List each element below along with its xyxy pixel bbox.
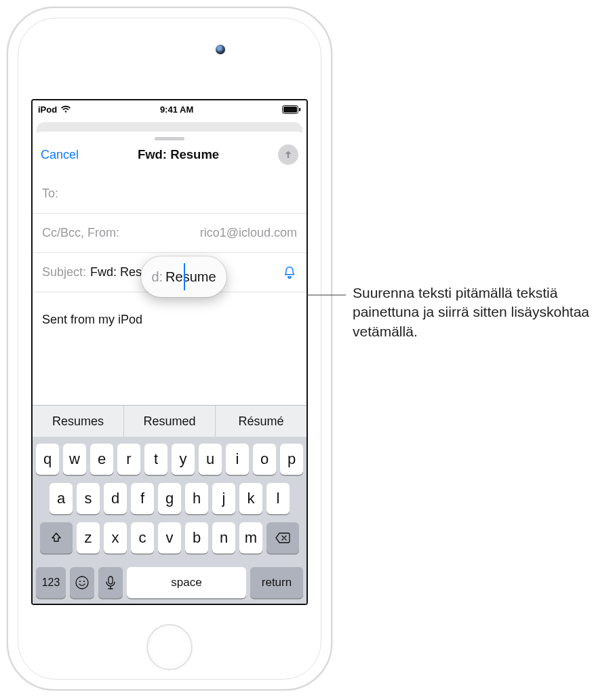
key-s[interactable]: s [77, 483, 100, 514]
send-button[interactable] [278, 144, 298, 165]
shift-key[interactable] [40, 522, 73, 553]
home-button[interactable] [146, 624, 193, 670]
loupe-prefix: d: [151, 269, 163, 285]
bell-icon[interactable] [282, 265, 297, 280]
battery-icon [282, 105, 301, 114]
space-key[interactable]: space [127, 567, 246, 598]
key-c[interactable]: c [131, 522, 154, 553]
to-field[interactable]: To: [33, 174, 306, 214]
key-b[interactable]: b [185, 522, 208, 553]
cancel-button[interactable]: Cancel [41, 148, 79, 162]
suggestion-2[interactable]: Resumed [124, 406, 216, 437]
suggestion-bar: Resumes Resumed Résumé [33, 406, 306, 437]
status-time: 9:41 AM [160, 104, 193, 115]
key-k[interactable]: k [239, 483, 262, 514]
loupe-text: Resume [165, 269, 216, 285]
keyboard: Resumes Resumed Résumé qwertyuiop asdfgh… [33, 405, 306, 604]
key-f[interactable]: f [131, 483, 154, 514]
numbers-key[interactable]: 123 [36, 567, 66, 598]
key-o[interactable]: o [253, 444, 276, 475]
return-key[interactable]: return [250, 567, 303, 598]
loupe-cursor [184, 263, 185, 290]
key-h[interactable]: h [185, 483, 208, 514]
key-row-2: asdfghjkl [36, 483, 303, 514]
email-body[interactable]: Sent from my iPod [33, 292, 306, 327]
svg-point-5 [83, 581, 85, 582]
dictation-key[interactable] [98, 567, 123, 598]
key-x[interactable]: x [104, 522, 127, 553]
backspace-key[interactable] [266, 522, 299, 553]
svg-rect-1 [283, 106, 297, 113]
key-e[interactable]: e [90, 444, 113, 475]
from-value: rico1@icloud.com [200, 226, 297, 240]
ccbcc-field[interactable]: Cc/Bcc, From: rico1@icloud.com [33, 214, 306, 253]
key-y[interactable]: y [172, 444, 195, 475]
key-m[interactable]: m [239, 522, 262, 553]
sheet-grabber[interactable] [155, 137, 184, 140]
emoji-key[interactable] [70, 567, 94, 598]
svg-rect-6 [108, 577, 113, 584]
key-w[interactable]: w [63, 444, 86, 475]
wifi-icon [60, 105, 71, 113]
key-i[interactable]: i [226, 444, 249, 475]
subject-label: Subject: [42, 265, 86, 279]
text-magnifier-loupe: d: Resume [141, 256, 226, 297]
key-t[interactable]: t [144, 444, 167, 475]
key-v[interactable]: v [158, 522, 181, 553]
callout-text: Suurenna teksti pitämällä tekstiä painet… [353, 284, 597, 341]
key-z[interactable]: z [77, 522, 100, 553]
key-r[interactable]: r [117, 444, 140, 475]
compose-title: Fwd: Resume [79, 147, 278, 162]
suggestion-1[interactable]: Resumes [33, 406, 124, 437]
compose-sheet: Cancel Fwd: Resume To: Cc/Bcc, From: ric… [33, 132, 306, 604]
ipod-device-frame: iPod 9:41 AM Cancel Fwd: Resume [7, 7, 332, 691]
compose-nav: Cancel Fwd: Resume [33, 143, 306, 174]
screen: iPod 9:41 AM Cancel Fwd: Resume [31, 99, 308, 605]
key-row-3: zxcvbnm [36, 522, 303, 553]
key-n[interactable]: n [212, 522, 235, 553]
key-d[interactable]: d [104, 483, 127, 514]
svg-rect-2 [299, 108, 300, 111]
device-label: iPod [38, 104, 57, 115]
to-label: To: [42, 187, 58, 201]
status-bar: iPod 9:41 AM [33, 100, 306, 118]
front-camera [216, 45, 225, 54]
signature-text: Sent from my iPod [42, 313, 142, 326]
key-u[interactable]: u [199, 444, 222, 475]
key-p[interactable]: p [280, 444, 303, 475]
key-j[interactable]: j [212, 483, 235, 514]
suggestion-3[interactable]: Résumé [216, 406, 306, 437]
svg-point-4 [79, 581, 81, 582]
ccbcc-label: Cc/Bcc, From: [42, 226, 119, 240]
svg-point-3 [76, 577, 88, 589]
key-row-1: qwertyuiop [36, 444, 303, 475]
key-a[interactable]: a [50, 483, 73, 514]
key-q[interactable]: q [36, 444, 59, 475]
key-l[interactable]: l [266, 483, 290, 514]
key-g[interactable]: g [158, 483, 181, 514]
